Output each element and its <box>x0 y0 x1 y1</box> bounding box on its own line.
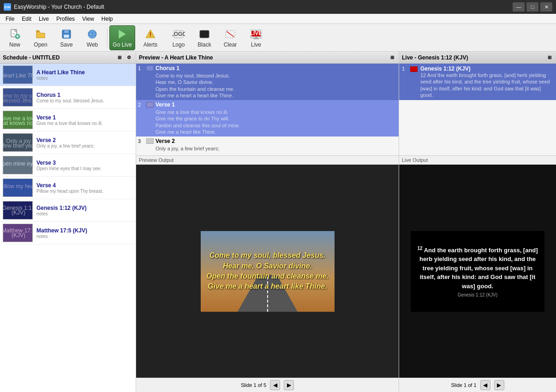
menu-profiles[interactable]: Profiles <box>53 15 78 23</box>
schedule-item[interactable]: Matthew 17:5(KJV) Matthew 17:5 (KJV) not… <box>0 222 136 244</box>
preview-image-area: Come to my soul, blessed Jesus. Hear me,… <box>136 165 399 378</box>
schedule-item-title: Genesis 1:12 (KJV) <box>36 205 133 211</box>
slide-content: Verse 2 Only a joy, a few brief years; <box>155 138 397 152</box>
schedule-item[interactable]: Only a joya few brief years Verse 2 Only… <box>0 131 136 154</box>
menu-file[interactable]: File <box>2 15 18 23</box>
schedule-item-title: A Heart Like Thine <box>36 69 133 76</box>
schedule-view-btn[interactable]: ⊞ <box>116 54 123 61</box>
schedule-item-sub: notes <box>36 234 133 239</box>
minimize-button[interactable]: — <box>513 2 525 12</box>
slide-icon <box>146 65 154 71</box>
slide-title: Verse 2 <box>155 138 397 144</box>
schedule-item-title: Verse 4 <box>36 182 133 189</box>
menu-live[interactable]: Live <box>35 15 53 23</box>
schedule-item-title: Matthew 17:5 (KJV) <box>36 227 133 234</box>
schedule-thumb: Pillow my head <box>3 178 33 197</box>
schedule-item-info: Chorus 1 Come to my soul, blessed Jesus. <box>33 92 133 103</box>
web-button[interactable]: Web <box>79 25 105 50</box>
live-image-area: 12 And the earth brought forth grass, [a… <box>399 165 556 378</box>
live-nav: Slide 1 of 1 ◀ ▶ <box>399 378 556 392</box>
preview-slide-image: Come to my soul, blessed Jesus. Hear me,… <box>201 231 335 312</box>
svg-text:(KJV): (KJV) <box>12 209 25 216</box>
schedule-item[interactable]: Genesis 1:12(KJV) Genesis 1:12 (KJV) not… <box>0 199 136 222</box>
schedule-thumb: Open mine eyes <box>3 156 33 174</box>
preview-prev-btn[interactable]: ◀ <box>270 380 280 390</box>
live-row[interactable]: 1 Genesis 1:12 (KJV) 12 And the earth br… <box>399 64 556 100</box>
menu-bar: File Edit Live Profiles View Help <box>0 14 556 24</box>
schedule-item-sub: Come to my soul, blessed Jesus. <box>36 98 133 103</box>
maximize-button[interactable]: □ <box>526 2 538 12</box>
schedule-item[interactable]: Come to my soulblessed Jesus Chorus 1 Co… <box>0 86 136 109</box>
schedule-item[interactable]: A Heart Like Thine A Heart Like Thine no… <box>0 64 136 86</box>
schedule-item-title: Chorus 1 <box>36 92 133 98</box>
slide-row[interactable]: 2 Verse 1 Give me a love that knows no i… <box>136 100 399 137</box>
live-icon: LIVE <box>250 28 263 41</box>
slide-row[interactable]: 3 Verse 2 Only a joy, a few brief years; <box>136 137 399 153</box>
schedule-item-sub: Give me a love that knows no ill. <box>36 121 133 126</box>
preview-next-btn[interactable]: ▶ <box>284 380 294 390</box>
slide-text: Only a joy, a few brief years; <box>155 145 397 152</box>
schedule-item-info: Verse 4 Pillow my head upon Thy breast. <box>33 182 133 194</box>
separator-1 <box>107 28 108 48</box>
schedule-item-info: Verse 2 Only a joy, a few brief years; <box>33 137 133 148</box>
live-slide-content: 12 And the earth brought forth grass, [a… <box>415 245 540 298</box>
alerts-button[interactable]: ! Alerts <box>135 25 166 50</box>
svg-text:+: + <box>16 33 19 40</box>
slide-content: Verse 1 Give me a love that knows no ill… <box>155 101 397 135</box>
live-prev-btn[interactable]: ◀ <box>480 380 490 390</box>
close-button[interactable]: ✕ <box>540 2 552 12</box>
logo-button[interactable]: LOGO Logo <box>166 25 191 50</box>
live-slide-image: 12 And the earth brought forth grass, [a… <box>411 231 544 312</box>
main-layout: Schedule - UNTITLED ⊞ ⚙ A Heart Like Thi… <box>0 52 556 392</box>
schedule-item-sub: notes <box>36 76 133 81</box>
slide-num: 2 <box>138 101 146 107</box>
svg-rect-8 <box>64 35 69 38</box>
preview-title: Preview - A Heart Like Thine <box>139 54 213 61</box>
schedule-settings-btn[interactable]: ⚙ <box>125 54 133 61</box>
menu-view[interactable]: View <box>78 15 98 23</box>
schedule-thumb: A Heart Like Thine <box>3 65 33 84</box>
golive-button[interactable]: Go Live <box>109 25 135 50</box>
schedule-item[interactable]: Pillow my head Verse 4 Pillow my head up… <box>0 177 136 199</box>
schedule-item-sub: notes <box>36 211 133 216</box>
schedule-thumb: Genesis 1:12(KJV) <box>3 201 33 220</box>
app-title: EasyWorship - Your Church - Default <box>14 4 513 10</box>
live-ref: Genesis 1:12 (KJV) <box>415 292 540 297</box>
preview-view-btn[interactable]: ⊞ <box>389 54 396 61</box>
new-button[interactable]: + New <box>2 25 28 50</box>
open-button[interactable]: Open <box>28 25 54 50</box>
clear-label: Clear <box>224 42 237 48</box>
schedule-item[interactable]: Give me a lovethat knows no ill Verse 1 … <box>0 109 136 131</box>
schedule-list: A Heart Like Thine A Heart Like Thine no… <box>0 64 136 392</box>
live-slide-counter: Slide 1 of 1 <box>451 382 476 388</box>
svg-rect-7 <box>64 30 69 33</box>
schedule-item-info: Verse 1 Give me a love that knows no ill… <box>33 114 133 126</box>
svg-text:Pillow my head: Pillow my head <box>3 183 33 190</box>
schedule-item-sub: Open mine eyes that I may see. <box>36 166 133 171</box>
open-label: Open <box>34 42 47 48</box>
new-label: New <box>9 42 20 48</box>
schedule-item[interactable]: Open mine eyes Verse 3 Open mine eyes th… <box>0 154 136 177</box>
live-view-btn[interactable]: ⊞ <box>546 54 553 61</box>
preview-output-area: Preview Output Come to my soul, ble <box>136 156 399 392</box>
live-button[interactable]: LIVE Live <box>243 25 269 50</box>
open-icon <box>34 28 47 41</box>
golive-icon <box>116 28 129 41</box>
menu-help[interactable]: Help <box>98 15 117 23</box>
svg-rect-19 <box>200 30 209 38</box>
svg-text:(KJV): (KJV) <box>12 232 25 238</box>
live-next-btn[interactable]: ▶ <box>494 380 504 390</box>
window-controls: — □ ✕ <box>513 2 552 12</box>
svg-text:LOGO: LOGO <box>172 31 185 37</box>
black-button[interactable]: Black <box>191 25 217 50</box>
slide-row[interactable]: 1 Chorus 1 Come to my soul, blessed Jesu… <box>136 64 399 100</box>
clear-icon <box>224 28 237 41</box>
schedule-panel: Schedule - UNTITLED ⊞ ⚙ A Heart Like Thi… <box>0 52 136 392</box>
menu-edit[interactable]: Edit <box>18 15 35 23</box>
schedule-item-info: A Heart Like Thine notes <box>33 69 133 81</box>
clear-button[interactable]: Clear <box>217 25 243 50</box>
svg-line-21 <box>227 31 234 37</box>
live-output-label: Live Output <box>399 156 556 165</box>
save-button[interactable]: Save <box>54 25 79 50</box>
preview-header: Preview - A Heart Like Thine ⊞ <box>136 52 399 64</box>
